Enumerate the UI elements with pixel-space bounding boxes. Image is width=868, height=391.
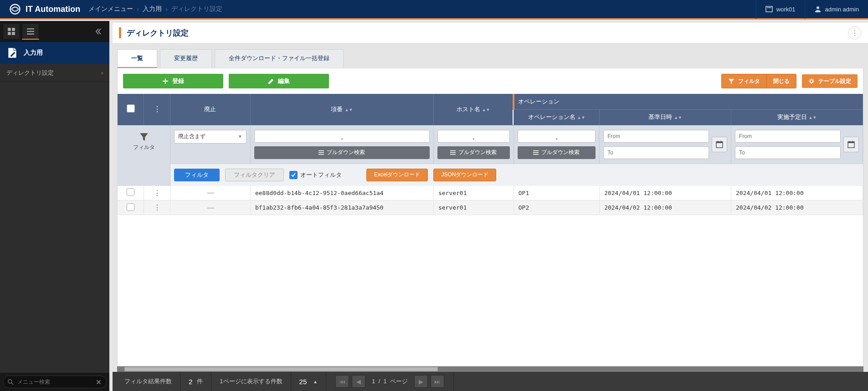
app-header: IT Automation メインメニュー › 入力用 › ディレクトリ設定 w… [0, 0, 868, 20]
breadcrumb-current: ディレクトリ設定 [171, 5, 222, 13]
breadcrumb: メインメニュー › 入力用 › ディレクトリ設定 [88, 5, 222, 13]
svg-rect-2 [767, 7, 771, 8]
workspace-icon [765, 5, 773, 13]
user-icon [814, 5, 822, 13]
chevron-right-icon: › [165, 5, 168, 13]
user-label: admin admin [825, 6, 859, 13]
logo-icon [8, 2, 22, 16]
breadcrumb-item[interactable]: 入力用 [143, 5, 162, 13]
breadcrumb-item[interactable]: メインメニュー [88, 5, 133, 13]
user-menu[interactable]: admin admin [805, 0, 868, 19]
logo[interactable]: IT Automation [0, 2, 88, 16]
chevron-right-icon: › [137, 5, 139, 13]
workspace-selector[interactable]: work01 [756, 0, 805, 19]
svg-point-3 [817, 6, 819, 9]
workspace-label: work01 [776, 6, 796, 13]
product-name: IT Automation [26, 5, 80, 14]
svg-rect-1 [766, 6, 772, 12]
